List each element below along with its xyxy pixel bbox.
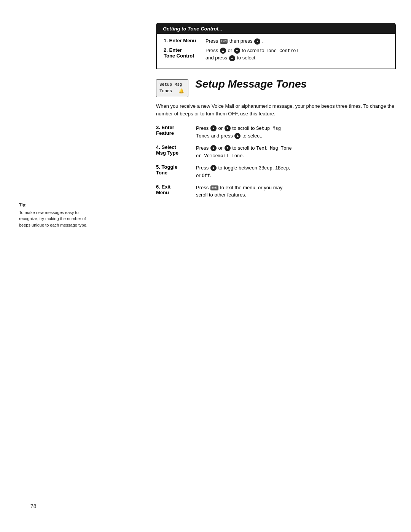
step2-desc: Press ▲ or ▼ to scroll to Tone Control a… [206, 47, 299, 62]
tones-mono: Tones [196, 134, 210, 139]
step3-select: to select. [242, 133, 262, 139]
getting-step-1: 1. Enter Menu Press FCN then press ▲ . [164, 38, 388, 45]
step6-num: 6. [156, 184, 161, 190]
screen-row-2: Tones 🔔 [159, 88, 184, 95]
step6-label: 6. ExitMenu [156, 184, 196, 195]
getting-step-2: 2. EnterTone Control Press ▲ or ▼ to scr… [164, 47, 388, 62]
step1-num: 1. [164, 38, 169, 43]
page: Tip: To make new messages easy to recogn… [0, 0, 411, 532]
tip-title: Tip: [19, 202, 95, 208]
down-icon-4a: ▼ [225, 145, 231, 151]
text-msg-tone-mono: Text Msg Tone [256, 146, 292, 151]
step5-num: 5. [156, 164, 161, 170]
tone-control-mono: Tone Control [266, 48, 298, 54]
step-row-4: 4. SelectMsg Type Press ▲ or ▼ to scroll… [156, 144, 396, 160]
step5-press: Press [196, 165, 210, 171]
steps-list: 3. EnterFeature Press ▲ or ▼ to scroll t… [156, 125, 396, 199]
setup-title: Setup Message Tones [195, 78, 307, 90]
voicemail-tone-mono: or Voicemail Tone [196, 153, 242, 159]
step1-label: 1. Enter Menu [164, 38, 206, 43]
getting-steps: 1. Enter Menu Press FCN then press ▲ . 2… [156, 34, 396, 69]
setup-description: When you receive a new Voice Mail or alp… [156, 102, 396, 118]
step2-num: 2. [164, 47, 169, 53]
up-button-icon-2: ▲ [220, 48, 226, 54]
step2-and: and press [206, 55, 229, 61]
step4-press: Press [196, 145, 210, 151]
left-divider [141, 0, 141, 532]
step4-or: or [218, 145, 224, 151]
screen-row-1: Setup Msg [159, 81, 184, 88]
down-button-icon-1: ▼ [234, 48, 240, 54]
step4-desc: Press ▲ or ▼ to scroll to Text Msg Tone … [196, 144, 396, 160]
one-beep-mono: 1Beep [275, 166, 289, 171]
screen-line1: Setup Msg [159, 81, 182, 88]
speaker-icon: 🔔 [178, 88, 184, 95]
setup-msg-mono: Setup Msg [256, 126, 281, 131]
step6-press: Press [196, 185, 210, 190]
step-row-6: 6. ExitMenu Press END to exit the menu, … [156, 184, 396, 199]
step6-exit-text2: scroll to other features. [196, 192, 246, 198]
step2-scroll: to scroll to [242, 48, 266, 53]
step1-press: Press [206, 38, 220, 44]
step1-period: . [262, 38, 264, 44]
down-icon-3a: ▼ [225, 125, 231, 131]
step4-label: 4. SelectMsg Type [156, 144, 196, 156]
fcn-button-icon: FCN [220, 39, 228, 43]
step5-label: 5. ToggleTone [156, 164, 196, 176]
step2-label: 2. EnterTone Control [164, 47, 206, 59]
up-icon-3b: ▲ [234, 133, 241, 139]
tip-body: To make new messages easy to recognize, … [19, 209, 95, 228]
step5-comma2: , [289, 165, 290, 171]
step4-period: . [242, 153, 244, 158]
step6-exit-text1: to exit the menu, or you may [220, 185, 282, 190]
step3-label: 3. EnterFeature [156, 125, 196, 136]
step3-press: Press [196, 125, 210, 131]
step3-or: or [218, 125, 224, 131]
step-row-3: 3. EnterFeature Press ▲ or ▼ to scroll t… [156, 125, 396, 140]
main-content: Getting to Tone Control... 1. Enter Menu… [141, 0, 411, 532]
step4-scroll: to scroll to [232, 145, 256, 151]
screen-line2: Tones [159, 88, 172, 94]
step1-desc: Press FCN then press ▲ . [206, 38, 263, 45]
step2-or: or [228, 48, 233, 53]
step6-desc: Press END to exit the menu, or you may s… [196, 184, 396, 199]
step2-select: to select. [237, 55, 256, 61]
step1-then: then press [229, 38, 254, 44]
step-row-5: 5. ToggleTone Press ▲ to toggle between … [156, 164, 396, 179]
step3-and: and press [211, 133, 234, 139]
step5-period: . [210, 173, 212, 178]
getting-box-header: Getting to Tone Control... [156, 23, 396, 34]
end-button-icon: END [210, 185, 218, 190]
step1-title: Enter Menu [169, 38, 196, 43]
up-icon-3a: ▲ [210, 125, 217, 131]
up-button-icon-1: ▲ [254, 38, 260, 45]
step5-or: or [196, 173, 202, 178]
step5-comma1: , [272, 165, 275, 171]
step3-desc: Press ▲ or ▼ to scroll to Setup Msg Tone… [196, 125, 396, 140]
step3-num: 3. [156, 125, 161, 130]
step3-scroll: to scroll to [232, 125, 256, 131]
up-icon-4a: ▲ [210, 145, 217, 151]
step2-press: Press [206, 48, 220, 53]
off-mono: Off [202, 173, 210, 179]
step5-toggle: to toggle between [218, 165, 258, 171]
step5-desc: Press ▲ to toggle between 3Beep, 1Beep, … [196, 164, 396, 179]
getting-box-title: Getting to Tone Control... [163, 26, 389, 32]
tip-section: Tip: To make new messages easy to recogn… [19, 202, 95, 228]
step4-num: 4. [156, 144, 161, 150]
setup-header: Setup Msg Tones 🔔 Setup Message Tones [156, 78, 396, 97]
page-number: 78 [30, 503, 37, 509]
three-beep-mono: 3Beep [259, 166, 272, 171]
up-icon-5a: ▲ [210, 165, 217, 171]
setup-screen: Setup Msg Tones 🔔 [156, 79, 188, 97]
up-button-icon-3: ▲ [229, 55, 235, 61]
